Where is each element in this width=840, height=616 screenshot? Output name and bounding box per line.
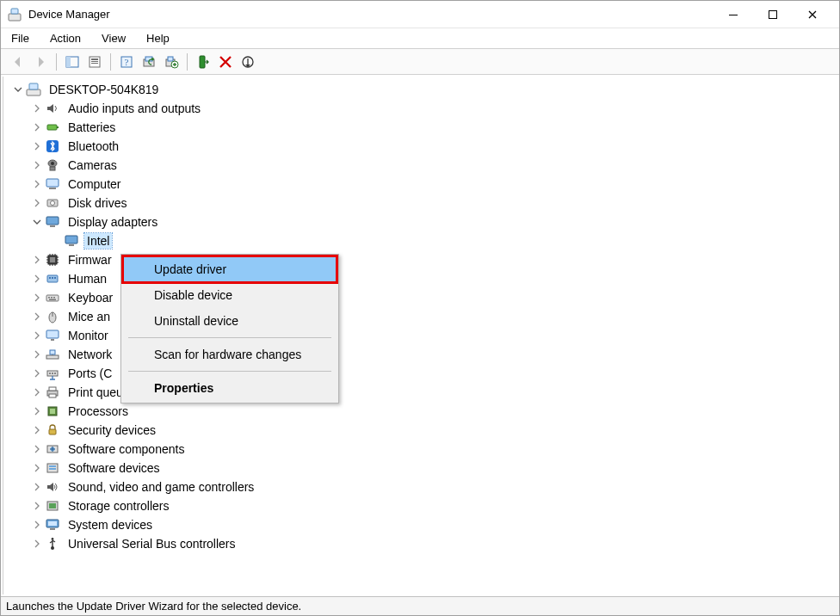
svg-rect-70: [48, 521, 57, 526]
chevron-right-icon[interactable]: [31, 330, 43, 342]
context-menu-item[interactable]: Disable device: [123, 282, 337, 308]
chevron-right-icon[interactable]: [31, 481, 43, 493]
disable-device-button[interactable]: [238, 52, 258, 72]
window-controls: [713, 1, 832, 28]
chevron-right-icon[interactable]: [31, 140, 43, 152]
device-category[interactable]: Storage controllers: [10, 496, 834, 515]
menu-file[interactable]: File: [8, 30, 33, 46]
properties-button[interactable]: [84, 52, 105, 72]
statusbar: Launches the Update Driver Wizard for th…: [1, 596, 839, 615]
device-category[interactable]: Processors: [10, 402, 834, 421]
svg-rect-39: [52, 277, 53, 279]
titlebar: Device Manager: [1, 1, 839, 28]
device-label: Ports (C: [65, 366, 114, 381]
disk-icon: [45, 195, 60, 211]
device-label: Firmwar: [65, 252, 114, 268]
cpu-icon: [45, 403, 60, 419]
device-item[interactable]: Intel: [10, 231, 834, 250]
context-menu-item[interactable]: Update driver: [123, 256, 337, 282]
svg-point-56: [54, 373, 56, 374]
chip-icon: [45, 252, 60, 268]
chevron-right-icon[interactable]: [31, 102, 43, 114]
chevron-right-icon[interactable]: [31, 311, 43, 323]
enable-device-button[interactable]: [193, 52, 213, 72]
context-menu-item[interactable]: Scan for hardware changes: [123, 342, 337, 367]
chevron-right-icon[interactable]: [31, 367, 43, 379]
forward-button[interactable]: [30, 52, 51, 72]
device-label: Network: [65, 347, 114, 362]
device-label: Security devices: [65, 422, 158, 438]
device-category[interactable]: Display adapters: [10, 213, 834, 231]
chevron-right-icon[interactable]: [31, 348, 43, 360]
device-label: Human: [65, 271, 109, 286]
close-button[interactable]: [793, 1, 832, 28]
minimize-button[interactable]: [713, 1, 753, 28]
chevron-right-icon[interactable]: [31, 443, 43, 455]
svg-rect-58: [49, 387, 56, 391]
uninstall-device-button[interactable]: [215, 52, 236, 72]
chevron-right-icon[interactable]: [31, 500, 43, 512]
svg-rect-33: [65, 236, 77, 243]
device-category[interactable]: Computer: [10, 175, 834, 194]
chevron-down-icon[interactable]: [12, 83, 24, 95]
device-label: Storage controllers: [65, 498, 172, 514]
chevron-right-icon[interactable]: [31, 405, 43, 417]
ports-icon: [45, 366, 60, 381]
window-title: Device Manager: [28, 8, 713, 21]
device-category[interactable]: Software components: [10, 440, 834, 459]
chevron-right-icon[interactable]: [31, 178, 43, 190]
back-button[interactable]: [8, 52, 28, 72]
device-category[interactable]: Security devices: [10, 421, 834, 440]
device-category[interactable]: Batteries: [10, 118, 834, 137]
menu-view[interactable]: View: [98, 30, 129, 46]
toolbar-separator: [110, 53, 111, 71]
svg-rect-3: [769, 10, 777, 18]
svg-rect-61: [50, 409, 55, 414]
chevron-right-icon[interactable]: [31, 424, 43, 436]
device-category[interactable]: Bluetooth: [10, 137, 834, 156]
context-menu-item[interactable]: Properties: [123, 375, 337, 401]
svg-point-72: [51, 546, 54, 550]
device-category[interactable]: Disk drives: [10, 194, 834, 213]
svg-rect-62: [49, 429, 56, 434]
chevron-right-icon[interactable]: [31, 462, 43, 474]
chevron-right-icon[interactable]: [31, 386, 43, 398]
menu-help[interactable]: Help: [143, 30, 173, 46]
device-category[interactable]: Audio inputs and outputs: [10, 99, 834, 118]
svg-rect-59: [49, 394, 56, 397]
swcomp-icon: [45, 441, 60, 457]
chevron-right-icon[interactable]: [31, 159, 43, 171]
maximize-button[interactable]: [753, 1, 793, 28]
svg-point-25: [51, 162, 54, 165]
toolbar-separator: [187, 53, 188, 71]
svg-rect-27: [46, 179, 59, 187]
svg-rect-51: [50, 350, 55, 354]
help-button[interactable]: ?: [116, 52, 137, 72]
mouse-icon: [45, 309, 60, 324]
chevron-right-icon[interactable]: [31, 292, 43, 304]
chevron-right-icon[interactable]: [31, 519, 43, 531]
context-menu-item[interactable]: Uninstall device: [123, 308, 337, 334]
device-label: Batteries: [65, 120, 118, 135]
chevron-down-icon[interactable]: [31, 216, 43, 228]
scan-hardware-button[interactable]: [139, 52, 159, 72]
device-tree-root[interactable]: DESKTOP-504K819: [10, 80, 834, 99]
sound-icon: [45, 479, 60, 495]
chevron-right-icon[interactable]: [31, 121, 43, 133]
chevron-right-icon[interactable]: [31, 273, 43, 285]
device-category[interactable]: System devices: [10, 515, 834, 534]
svg-rect-49: [51, 339, 54, 341]
storage-icon: [45, 498, 60, 514]
show-hide-tree-button[interactable]: [62, 52, 83, 72]
chevron-right-icon[interactable]: [31, 538, 43, 550]
chevron-right-icon[interactable]: [31, 197, 43, 209]
menu-action[interactable]: Action: [46, 30, 84, 46]
device-category[interactable]: Universal Serial Bus controllers: [10, 534, 834, 553]
update-driver-button[interactable]: [161, 52, 182, 72]
chevron-right-icon[interactable]: [31, 254, 43, 266]
device-category[interactable]: Cameras: [10, 156, 834, 175]
svg-rect-21: [47, 125, 57, 130]
svg-rect-1: [11, 9, 18, 14]
device-category[interactable]: Software devices: [10, 459, 834, 477]
device-category[interactable]: Sound, video and game controllers: [10, 477, 834, 496]
